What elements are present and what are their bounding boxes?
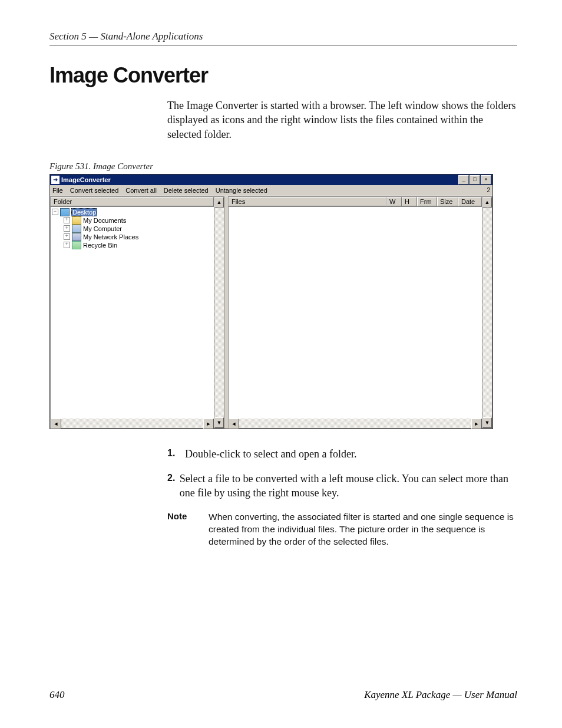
recycle-icon [72,241,81,249]
folder-pane-vscroll[interactable]: ▲ ▼ [214,197,224,428]
app-icon: ➜ [51,176,59,184]
tree-node-recycle-bin[interactable]: Recycle Bin [64,241,214,249]
step-text: Select a file to be converted with a lef… [180,472,517,500]
scroll-up-icon[interactable]: ▲ [482,197,492,207]
page-title: Image Converter [49,63,517,88]
tree-expando-icon[interactable] [64,217,70,223]
folder-tree: Desktop My Documents [51,207,214,249]
folder-tree-area: Desktop My Documents [51,207,214,419]
tree-label: My Network Places [83,233,138,241]
minimize-button[interactable]: _ [458,175,469,185]
scroll-track[interactable] [214,207,224,417]
scroll-track[interactable] [482,207,492,417]
intro-paragraph: The Image Converter is started with a br… [167,98,517,141]
titlebar: ➜ ImageConverter _ □ × [50,174,492,185]
network-icon [72,233,81,241]
note-body: When converting, the associated filter i… [209,511,517,548]
maximize-button[interactable]: □ [470,175,480,185]
scroll-down-icon[interactable]: ▼ [482,417,492,428]
scroll-right-icon[interactable]: ► [471,419,482,429]
step-text: Double-click to select and open a folder… [185,447,356,461]
tree-label: My Documents [83,217,126,224]
files-pane-header-row: Files W H Frm Size Date [229,197,482,207]
page-footer: 640 Kayenne XL Package — User Manual [49,689,517,701]
folder-pane-header-row: Folder [51,197,214,207]
titlebar-title: ImageConverter [61,176,458,183]
tree-label-desktop: Desktop [71,208,97,216]
scroll-up-icon[interactable]: ▲ [214,197,224,207]
desktop-icon [60,208,70,216]
tree-node-my-computer[interactable]: My Computer [64,225,214,233]
scroll-track[interactable] [61,419,203,428]
note-label: Note [167,511,209,548]
scroll-down-icon[interactable]: ▼ [214,417,224,428]
tree-node-my-documents[interactable]: My Documents [64,216,214,225]
tree-expando-icon[interactable] [64,225,70,232]
scroll-track[interactable] [239,419,471,428]
files-list-area [229,207,482,419]
figure-caption: Figure 531. Image Converter [49,162,517,172]
files-column-header-h[interactable]: H [402,197,417,206]
folder-pane-hscroll[interactable]: ◄ ► [51,419,214,428]
tree-expando-icon[interactable] [52,209,58,215]
menu-untangle-selected[interactable]: Untangle selected [216,187,267,194]
note-block: Note When converting, the associated fil… [167,511,517,548]
step-number: 2. [167,472,180,500]
menubar-corner-indicator: 2 [487,187,490,193]
scroll-left-icon[interactable]: ◄ [229,419,239,429]
tree-expando-icon[interactable] [64,242,70,248]
scroll-left-icon[interactable]: ◄ [51,419,61,429]
tree-label: My Computer [83,225,122,232]
scroll-right-icon[interactable]: ► [203,419,214,429]
files-pane-vscroll[interactable]: ▲ ▼ [482,197,492,428]
steps-block: 1. Double-click to select and open a fol… [167,447,517,548]
page-number: 640 [49,689,65,701]
computer-icon [72,225,81,233]
files-column-header-files[interactable]: Files [229,197,386,206]
files-column-header-w[interactable]: W [386,197,402,206]
step-number: 1. [167,447,185,461]
app-window: ➜ ImageConverter _ □ × File Convert sele… [49,174,493,429]
tree-label: Recycle Bin [83,242,117,249]
tree-node-my-network-places[interactable]: My Network Places [64,233,214,241]
files-column-header-frm[interactable]: Frm [417,197,437,206]
files-pane-hscroll[interactable]: ◄ ► [229,419,482,428]
panes: Folder Desktop [50,196,492,429]
menu-convert-selected[interactable]: Convert selected [70,187,119,194]
section-header: Section 5 — Stand-Alone Applications [49,31,517,45]
menu-file[interactable]: File [52,187,63,194]
tree-expando-icon[interactable] [64,233,70,240]
tree-node-desktop[interactable]: Desktop [52,208,214,216]
menubar: File Convert selected Convert all Delete… [50,185,492,196]
files-column-header-size[interactable]: Size [437,197,458,206]
files-column-header-date[interactable]: Date [458,197,482,206]
menu-delete-selected[interactable]: Delete selected [164,187,209,194]
step-1: 1. Double-click to select and open a fol… [167,447,517,461]
book-title: Kayenne XL Package — User Manual [364,689,517,701]
window-controls: _ □ × [458,175,491,185]
folder-column-header[interactable]: Folder [51,197,214,206]
step-2: 2. Select a file to be converted with a … [167,472,517,500]
folder-icon [72,216,81,225]
folder-pane: Folder Desktop [50,196,224,429]
files-pane: Files W H Frm Size Date ◄ ► [228,196,492,429]
close-button[interactable]: × [481,175,491,185]
menu-convert-all[interactable]: Convert all [125,187,157,194]
